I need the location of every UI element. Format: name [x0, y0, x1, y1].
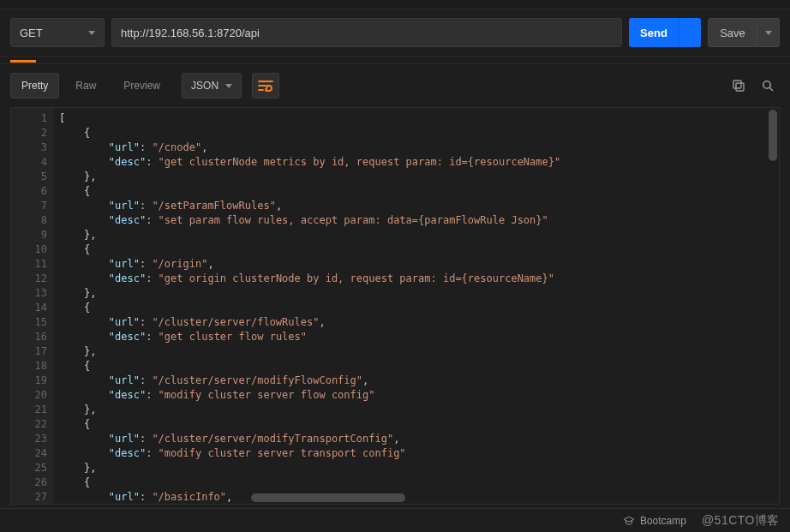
response-toolbar: Pretty Raw Preview JSON — [0, 64, 790, 107]
send-button-group: Send — [629, 18, 701, 47]
search-icon — [762, 80, 774, 92]
graduation-cap-icon — [623, 515, 635, 527]
http-method-value: GET — [20, 27, 43, 39]
http-method-dropdown[interactable]: GET — [10, 18, 105, 47]
wrap-lines-button[interactable] — [252, 73, 279, 99]
chevron-down-icon — [765, 31, 772, 35]
save-dropdown[interactable] — [757, 18, 780, 47]
format-value: JSON — [191, 80, 218, 92]
active-tab-indicator — [0, 57, 790, 63]
save-button[interactable]: Save — [708, 18, 757, 47]
status-bar: Bootcamp @51CTO博客 — [0, 508, 790, 532]
chevron-down-icon — [225, 84, 232, 88]
svg-line-5 — [769, 87, 773, 91]
search-response-button[interactable] — [756, 73, 780, 99]
tab-preview[interactable]: Preview — [112, 73, 171, 99]
vertical-scrollbar[interactable] — [769, 110, 777, 161]
bootcamp-label: Bootcamp — [640, 515, 686, 527]
watermark-text: @51CTO博客 — [702, 513, 780, 529]
svg-rect-2 — [736, 83, 744, 91]
chevron-down-icon — [88, 31, 95, 35]
send-button[interactable]: Send — [629, 18, 679, 47]
svg-rect-3 — [733, 81, 741, 88]
request-url-input[interactable] — [111, 18, 622, 47]
tab-raw[interactable]: Raw — [64, 73, 107, 99]
bootcamp-link[interactable]: Bootcamp — [623, 515, 686, 527]
format-dropdown[interactable]: JSON — [182, 73, 242, 99]
response-body-viewer: 1 2 3 4 5 6 7 8 9 10 11 12 13 14 15 16 1… — [10, 107, 780, 505]
save-button-group: Save — [708, 18, 780, 47]
line-number-gutter: 1 2 3 4 5 6 7 8 9 10 11 12 13 14 15 16 1… — [11, 108, 54, 504]
copy-response-button[interactable] — [727, 73, 751, 99]
tab-pretty[interactable]: Pretty — [10, 73, 59, 99]
svg-point-4 — [763, 81, 770, 88]
send-dropdown[interactable] — [679, 18, 701, 47]
response-body-code[interactable]: [ { "url": "/cnode", "desc": "get cluste… — [54, 108, 779, 504]
request-bar: GET Send Save — [0, 9, 790, 57]
wrap-icon — [258, 80, 273, 92]
copy-icon — [733, 80, 745, 92]
horizontal-scrollbar[interactable] — [251, 493, 405, 502]
